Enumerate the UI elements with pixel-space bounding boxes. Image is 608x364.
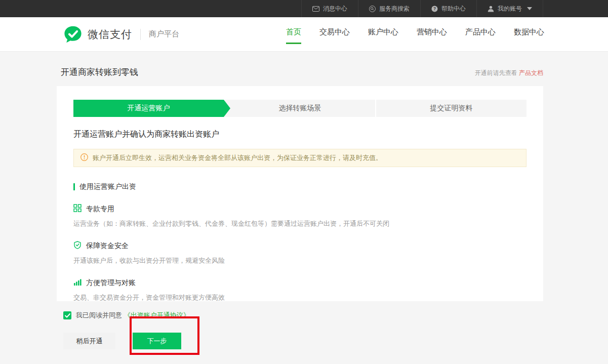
topbar-item-label: 我的账号: [498, 5, 522, 13]
wechat-pay-logo-icon: [63, 25, 83, 44]
agreement-checkbox[interactable]: [63, 311, 71, 319]
svg-text:?: ?: [433, 6, 436, 11]
help-center-item[interactable]: ? 帮助中心: [420, 0, 476, 17]
chevron-down-icon: [527, 7, 532, 10]
nav-item-product-center[interactable]: 产品中心: [465, 24, 496, 44]
action-buttons: 稍后开通 下一步: [63, 333, 608, 349]
topbar-item-label: 服务商搜索: [379, 5, 410, 13]
brand-name: 微信支付: [88, 27, 132, 42]
section-title-text: 使用运营账户出资: [79, 182, 136, 191]
notice-text: 账户开通后立即生效，运营相关业务资金将全部从该账户出资，为保证业务正常进行，请及…: [93, 153, 382, 163]
message-center-item[interactable]: 消息中心: [301, 0, 358, 17]
nav-item-home[interactable]: 首页: [286, 24, 301, 44]
feature-title-text: 专款专用: [86, 205, 114, 214]
topbar-item-label: 帮助中心: [441, 5, 466, 13]
top-utility-bar: 消息中心 服务商搜索 ? 帮助中心 我的账号: [0, 0, 608, 17]
onboarding-card: 开通运营账户 选择转账场景 提交证明资料 开通运营账户并确认为商家转账出资账户 …: [57, 86, 543, 301]
feature-title-text: 保障资金安全: [86, 241, 129, 251]
main-header: 微信支付 商户平台 首页 交易中心 账户中心 营销中心 产品中心 数据中心: [0, 17, 608, 52]
shield-safety-icon: [73, 241, 82, 251]
my-account-item[interactable]: 我的账号: [476, 0, 543, 17]
nav-item-transaction-center[interactable]: 交易中心: [319, 24, 350, 44]
agreement-text: 我已阅读并同意 《出资账户开通协议》: [76, 311, 190, 320]
help-icon: ?: [431, 6, 438, 12]
nav-item-data-center[interactable]: 数据中心: [514, 24, 544, 44]
step-open-operating-account: 开通运营账户: [73, 100, 224, 117]
feature-desc-text: 交易、非交易资金分开，资金管理和对账更方便高效: [73, 293, 526, 302]
section-title: 使用运营账户出资: [73, 182, 526, 191]
next-step-button[interactable]: 下一步: [133, 333, 181, 349]
page-title: 开通商家转账到零钱: [61, 66, 138, 78]
main-nav: 首页 交易中心 账户中心 营销中心 产品中心 数据中心: [286, 24, 544, 44]
grid-icon: [73, 204, 82, 214]
agreement-text-prefix: 我已阅读并同意: [76, 311, 124, 319]
nav-item-account-center[interactable]: 账户中心: [368, 24, 398, 44]
mail-icon: [312, 6, 319, 12]
notice-banner: 账户开通后立即生效，运营相关业务资金将全部从该账户出资，为保证业务正常进行，请及…: [73, 149, 526, 167]
warning-info-icon: [80, 153, 88, 163]
service-provider-search-item[interactable]: 服务商搜索: [358, 0, 420, 17]
topbar-item-label: 消息中心: [323, 5, 347, 13]
nav-item-marketing-center[interactable]: 营销中心: [417, 24, 447, 44]
platform-label: 商户平台: [149, 29, 179, 39]
feature-desc-text: 开通该账户后，收款与出资分开管理，规避安全风险: [73, 256, 526, 265]
step-submit-proof: 提交证明资料: [375, 100, 526, 117]
doc-hint: 开通前请先查看 产品文档: [475, 69, 543, 77]
bar-chart-icon: [73, 278, 82, 288]
card-heading: 开通运营账户并确认为商家转账出资账户: [73, 129, 526, 140]
page-head: 开通商家转账到零钱 开通前请先查看 产品文档: [57, 66, 543, 78]
brand: 微信支付 商户平台: [63, 25, 179, 44]
agreement-row: 我已阅读并同意 《出资账户开通协议》: [63, 311, 608, 320]
step-progress-bar: 开通运营账户 选择转账场景 提交证明资料: [73, 100, 526, 117]
funding-account-agreement-link[interactable]: 《出资账户开通协议》: [124, 311, 190, 319]
feature-fund-safety: 保障资金安全 开通该账户后，收款与出资分开管理，规避安全风险: [73, 241, 526, 265]
doc-hint-text: 开通前请先查看: [475, 69, 519, 76]
feature-desc-text: 运营业务（如：商家转账、企业付款到零钱、代金券、现金红包等）需要通过运营账户出资…: [73, 219, 526, 228]
brand-divider: [140, 29, 141, 40]
section-accent-bar: [73, 183, 75, 190]
search-icon: [369, 6, 376, 12]
feature-easy-reconciliation: 方便管理与对账 交易、非交易资金分开，资金管理和对账更方便高效: [73, 278, 526, 302]
product-doc-link[interactable]: 产品文档: [519, 69, 543, 76]
feature-title-text: 方便管理与对账: [86, 278, 136, 288]
feature-dedicated-funds: 专款专用 运营业务（如：商家转账、企业付款到零钱、代金券、现金红包等）需要通过运…: [73, 204, 526, 228]
user-icon: [488, 6, 494, 12]
open-later-button[interactable]: 稍后开通: [63, 333, 115, 349]
step-choose-transfer-scene: 选择转账场景: [224, 100, 375, 117]
